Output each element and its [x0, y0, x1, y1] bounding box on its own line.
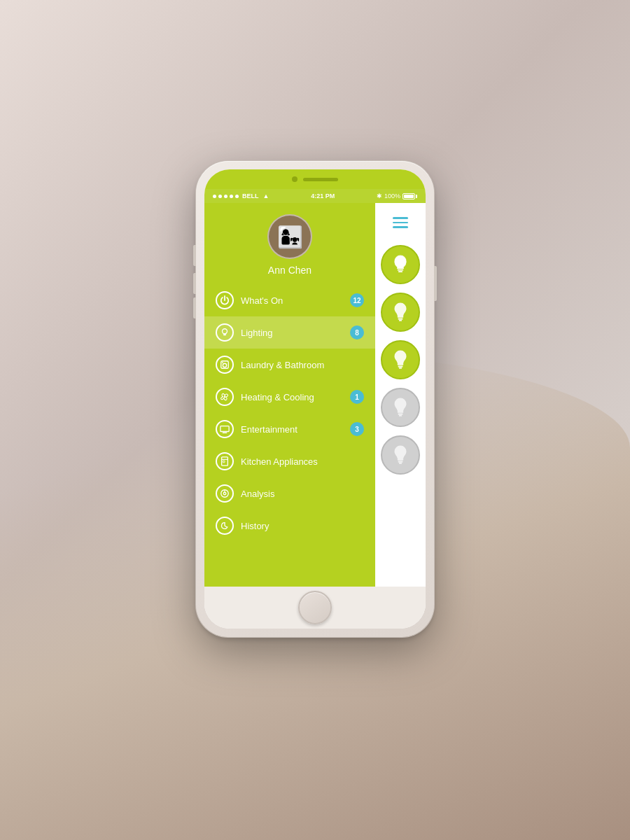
svg-rect-16	[398, 363, 404, 365]
carrier-label: BELL	[242, 192, 259, 200]
svg-rect-19	[398, 411, 404, 413]
bulb-3[interactable]	[381, 340, 420, 379]
entertainment-label: Entertainment	[241, 424, 350, 435]
status-time: 4:21 PM	[311, 192, 335, 200]
svg-rect-23	[398, 461, 403, 462]
menu-item-whats-on[interactable]: What's On 12	[204, 284, 375, 316]
svg-rect-8	[223, 461, 225, 463]
front-camera-icon	[292, 176, 298, 182]
phone-screen: BELL ▲ 4:21 PM ✱ 100%	[204, 169, 426, 629]
bulb-1[interactable]	[381, 245, 420, 284]
svg-point-2	[223, 363, 226, 367]
svg-point-0	[223, 329, 227, 334]
top-notch	[204, 169, 426, 189]
svg-rect-13	[398, 316, 404, 318]
bulb-2[interactable]	[381, 293, 420, 332]
status-bar: BELL ▲ 4:21 PM ✱ 100%	[204, 189, 426, 203]
signal-dot-2	[218, 195, 222, 198]
heating-label: Heating & Cooling	[241, 392, 350, 402]
svg-rect-22	[398, 458, 404, 461]
hamburger-menu-button[interactable]	[387, 209, 414, 237]
power-icon	[216, 291, 234, 309]
entertainment-badge: 3	[350, 422, 364, 436]
signal-dot-3	[224, 195, 227, 198]
menu-panel: 👩‍👧 Ann Chen What's On 12	[204, 203, 375, 587]
kitchen-icon	[216, 452, 234, 470]
whats-on-label: What's On	[241, 295, 350, 306]
history-label: History	[241, 521, 364, 531]
svg-rect-24	[399, 463, 402, 464]
menu-item-laundry[interactable]: Laundry & Bathroom	[204, 349, 375, 381]
menu-item-kitchen[interactable]: Kitchen Appliances	[204, 445, 375, 477]
speaker	[303, 178, 338, 181]
hamburger-line-3	[393, 226, 408, 228]
lighting-label: Lighting	[241, 328, 350, 338]
phone: BELL ▲ 4:21 PM ✱ 100%	[196, 161, 434, 637]
menu-item-lighting[interactable]: Lighting 8	[204, 316, 375, 349]
home-button-area	[204, 587, 426, 629]
user-name: Ann Chen	[268, 265, 312, 276]
menu-item-entertainment[interactable]: Entertainment 3	[204, 413, 375, 445]
phone-shell: BELL ▲ 4:21 PM ✱ 100%	[196, 161, 434, 637]
laundry-icon	[216, 356, 234, 374]
svg-rect-15	[399, 320, 402, 321]
svg-point-4	[224, 396, 226, 398]
status-left: BELL ▲	[213, 192, 269, 200]
svg-point-10	[223, 492, 226, 495]
svg-rect-5	[220, 426, 229, 432]
hamburger-line-1	[393, 217, 408, 219]
lighting-icon	[216, 323, 234, 342]
bulb-4[interactable]	[381, 388, 420, 427]
status-right: ✱ 100%	[377, 192, 417, 200]
svg-rect-14	[398, 318, 403, 319]
bulb-5[interactable]	[381, 435, 420, 475]
analysis-icon	[216, 484, 234, 503]
svg-point-3	[222, 362, 223, 363]
fan-icon	[216, 388, 234, 406]
avatar[interactable]: 👩‍👧	[267, 214, 312, 259]
menu-item-heating[interactable]: Heating & Cooling 1	[204, 381, 375, 413]
home-button[interactable]	[298, 591, 332, 624]
tv-icon	[216, 420, 234, 438]
kitchen-label: Kitchen Appliances	[241, 456, 364, 467]
signal-dot-4	[230, 195, 233, 198]
profile-section: 👩‍👧 Ann Chen	[204, 203, 375, 284]
battery-icon	[402, 193, 417, 200]
whats-on-badge: 12	[350, 293, 364, 307]
wifi-icon: ▲	[263, 192, 270, 200]
svg-rect-20	[398, 413, 403, 414]
menu-item-analysis[interactable]: Analysis	[204, 477, 375, 510]
svg-rect-18	[399, 368, 402, 369]
battery-percent: 100%	[384, 192, 400, 200]
heating-badge: 1	[350, 390, 364, 404]
bluetooth-icon: ✱	[377, 192, 382, 200]
lighting-badge: 8	[350, 326, 364, 340]
svg-rect-21	[399, 415, 402, 416]
history-icon	[216, 517, 234, 535]
svg-rect-17	[398, 365, 403, 367]
signal-dot-5	[235, 195, 239, 198]
right-panel	[375, 203, 426, 587]
analysis-label: Analysis	[241, 489, 364, 499]
hamburger-line-2	[393, 222, 408, 224]
laundry-label: Laundry & Bathroom	[241, 360, 364, 370]
menu-items-list: What's On 12 Lighting 8	[204, 284, 375, 580]
menu-item-history[interactable]: History	[204, 510, 375, 542]
screen-content: 👩‍👧 Ann Chen What's On 12	[204, 203, 426, 587]
signal-dot-1	[213, 195, 216, 198]
